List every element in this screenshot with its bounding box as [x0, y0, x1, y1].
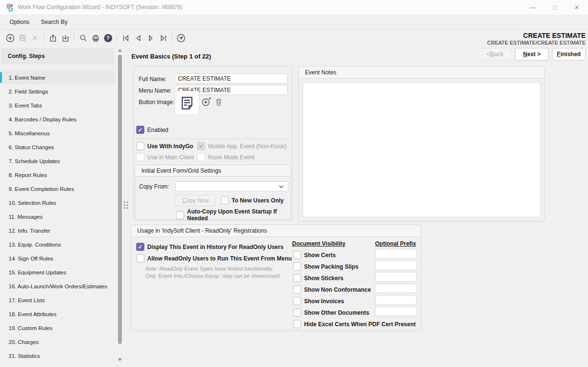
sidebar-item-custom-rules[interactable]: 19. Custom Rules: [0, 321, 115, 335]
delete-icon: [31, 34, 39, 42]
sidebar-item-barcodes-display-rules[interactable]: 4. Barcodes / Display Rules: [0, 112, 115, 126]
sidebar-item-info-transfer[interactable]: 12. Info. Transfer: [0, 224, 115, 237]
import-button[interactable]: [59, 32, 71, 44]
allow-run-row: Allow ReadOnly Users to Run This Event F…: [136, 254, 292, 262]
show-stickers-checkbox[interactable]: [293, 274, 301, 282]
menu-item-search-by[interactable]: Search By: [41, 19, 67, 25]
next-record-button[interactable]: [144, 32, 157, 44]
button-image-tile[interactable]: [175, 91, 199, 115]
sidebar-item-equipment-updates[interactable]: 15. Equipment Updates: [0, 265, 115, 279]
first-record-button[interactable]: [119, 32, 132, 44]
sidebar-item-event-tabs[interactable]: 3. Event Tabs: [0, 98, 115, 112]
scroll-up-arrow-icon[interactable]: [118, 49, 122, 52]
event-notes-textarea[interactable]: [303, 82, 541, 217]
stickers-prefix-input[interactable]: [375, 272, 417, 282]
close-button[interactable]: ✕: [566, 0, 588, 14]
delete-button[interactable]: [29, 32, 41, 44]
import-icon: [61, 34, 70, 43]
invoices-prefix-input[interactable]: [375, 295, 417, 305]
divider: [136, 139, 290, 139]
print-button[interactable]: [89, 32, 102, 44]
trash-icon: [214, 98, 223, 107]
mobile-app-event-checkbox: [197, 142, 205, 150]
sidebar-item-schedule-updates[interactable]: 7. Schedule Updates: [0, 154, 115, 168]
export-button[interactable]: [47, 32, 59, 44]
to-new-users-checkbox[interactable]: [221, 196, 229, 204]
mobile-app-event-label: Mobile App. Event (Non-Kiosk): [208, 143, 286, 150]
help-button[interactable]: ?: [102, 32, 114, 44]
scroll-down-arrow-icon[interactable]: [118, 358, 122, 361]
certs-prefix-input[interactable]: [375, 249, 417, 259]
wizard-header: CREATE ESTIMATE CREATE ESTIMATE/CREATE E…: [487, 32, 586, 46]
sidebar-item-field-settings[interactable]: 2. Field Settings: [0, 84, 115, 98]
allow-run-checkbox[interactable]: [136, 254, 144, 262]
copy-from-select[interactable]: [175, 181, 288, 191]
last-record-button[interactable]: [157, 32, 169, 44]
copy-from-label: Copy From:: [139, 183, 169, 190]
add-button[interactable]: [4, 32, 16, 44]
usage-panel-title: Usage in 'IndySoft Client - ReadOnly' Re…: [131, 225, 421, 237]
sidebar-item-statistics[interactable]: 21. Statistics: [0, 349, 115, 363]
navigator-button[interactable]: [175, 32, 187, 44]
show-other-documents-checkbox[interactable]: [293, 308, 301, 317]
non-conformance-prefix-input[interactable]: [375, 284, 417, 293]
config-steps-sidebar: Config. Steps 1. Event Name 2. Field Set…: [0, 46, 115, 367]
sidebar-header: Config. Steps: [1, 48, 114, 64]
show-invoices-checkbox[interactable]: [293, 297, 301, 305]
sidebar-item-miscellaneous[interactable]: 5. Miscellaneous: [0, 126, 115, 140]
add-icon: [6, 34, 15, 43]
kiosk-mode-event-row: Kiosk Mode Event: [197, 153, 255, 161]
sidebar-item-status-changes[interactable]: 6. Status Changes: [0, 140, 115, 154]
button-image-label: Button Image:: [139, 99, 175, 106]
copy-now-button[interactable]: Copy Now: [175, 195, 216, 206]
page-title: CREATE ESTIMATE: [487, 32, 586, 39]
sidebar-item-event-name[interactable]: 1. Event Name: [0, 71, 115, 84]
enabled-label: Enabled: [147, 127, 168, 133]
sidebar-items: 1. Event Name 2. Field Settings 3. Event…: [0, 71, 115, 363]
display-history-checkbox[interactable]: [136, 243, 144, 251]
maximize-button[interactable]: □: [544, 0, 566, 14]
sidebar-scrollbar[interactable]: [117, 47, 123, 367]
sidebar-item-selection-rules[interactable]: 10. Selection Rules: [0, 196, 115, 210]
show-certs-row: Show Certs: [293, 251, 336, 259]
search-icon: [79, 34, 88, 43]
step-title: Event Basics (Step 1 of 22): [131, 53, 211, 60]
show-other-documents-row: Show Other Documents: [293, 308, 369, 317]
previous-record-button[interactable]: [132, 32, 144, 44]
show-certs-checkbox[interactable]: [293, 251, 301, 259]
menu-bar: Options Search By: [0, 14, 588, 29]
search-button[interactable]: [77, 32, 89, 44]
menu-item-options[interactable]: Options: [10, 19, 29, 25]
full-name-input[interactable]: [175, 73, 288, 83]
sidebar-item-report-rules[interactable]: 8. Report Rules: [0, 168, 115, 182]
minimize-button[interactable]: —: [522, 0, 544, 14]
show-non-conformance-row: Show Non Conformance: [293, 285, 371, 294]
menu-name-label: Menu Name:: [139, 87, 172, 94]
use-with-indygo-checkbox[interactable]: [136, 142, 144, 150]
event-notes-title: Event Notes: [299, 67, 544, 79]
enabled-checkbox[interactable]: [136, 126, 144, 134]
save-button[interactable]: [16, 32, 29, 44]
document-visibility-header: Document Visibility: [292, 240, 345, 247]
other-documents-prefix-input[interactable]: [375, 307, 417, 316]
sidebar-item-auto-launch[interactable]: 16. Auto-Launch/Work Orders/Estimates: [0, 279, 115, 293]
splitter-handle[interactable]: [124, 201, 128, 210]
use-in-main-client-checkbox: [136, 153, 144, 161]
sidebar-item-charges[interactable]: 20. Charges: [0, 335, 115, 349]
add-image-button[interactable]: [201, 97, 212, 107]
navigator-compass-icon: [176, 34, 186, 43]
kiosk-mode-event-label: Kiosk Mode Event: [208, 154, 255, 161]
show-non-conformance-checkbox[interactable]: [293, 285, 301, 294]
sidebar-item-messages[interactable]: 11. Messages: [0, 210, 115, 224]
show-packing-slips-checkbox[interactable]: [293, 262, 301, 271]
auto-copy-checkbox[interactable]: [176, 211, 184, 219]
packing-slips-prefix-input[interactable]: [375, 260, 417, 270]
scrollbar-thumb[interactable]: [118, 55, 122, 344]
sidebar-item-event-attributes[interactable]: 18. Event Attributes: [0, 307, 115, 321]
sidebar-item-event-lists[interactable]: 17. Event Lists: [0, 293, 115, 307]
delete-image-button[interactable]: [214, 98, 223, 107]
sidebar-item-event-completion-rules[interactable]: 9. Event Completion Rules: [0, 182, 115, 196]
sidebar-item-equip-conditions[interactable]: 13. Equip. Conditions: [0, 237, 115, 251]
hide-excel-certs-checkbox[interactable]: [293, 320, 301, 328]
sidebar-item-sign-off-rules[interactable]: 14. Sign Off Rules: [0, 251, 115, 265]
